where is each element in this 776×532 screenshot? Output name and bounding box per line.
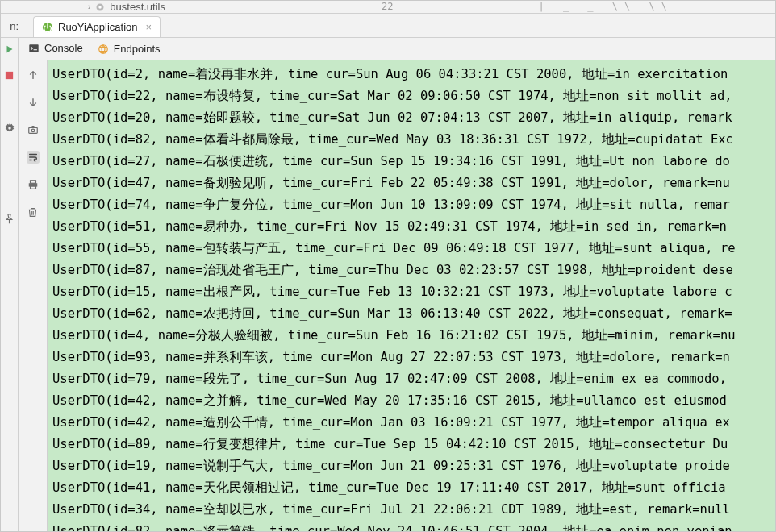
svg-point-6 [8, 127, 11, 130]
svg-point-8 [31, 129, 35, 132]
svg-point-4 [98, 44, 107, 53]
console-output[interactable]: UserDTO(id=2, name=着没再非水并, time_cur=Sun … [48, 60, 775, 532]
sidebar-far-left [1, 60, 19, 532]
svg-rect-5 [6, 71, 13, 78]
clear-button[interactable] [27, 206, 40, 218]
rerun-gutter [1, 38, 19, 60]
rerun-button[interactable] [3, 43, 16, 56]
scroll-down-button[interactable] [27, 96, 40, 109]
tab-endpoints[interactable]: Endpoints [98, 43, 161, 55]
screenshot-button[interactable] [27, 123, 40, 136]
chevron-right-icon: › [88, 2, 90, 11]
settings-button[interactable] [3, 122, 16, 135]
pin-button[interactable] [3, 212, 16, 225]
ascii-art-fragment: | _ _ \\ \\ [538, 1, 673, 13]
editor-gutter-fragment: 22 | _ _ \\ \\ [372, 1, 775, 13]
svg-rect-9 [30, 181, 35, 184]
svg-rect-3 [29, 44, 38, 52]
run-panel-body: UserDTO(id=2, name=着没再非水并, time_cur=Sun … [1, 60, 775, 532]
soft-wrap-button[interactable] [27, 151, 40, 164]
tab-endpoints-label: Endpoints [114, 43, 161, 55]
console-text: UserDTO(id=2, name=着没再非水并, time_cur=Sun … [48, 60, 775, 532]
run-config-title: RuoYiApplication [58, 21, 138, 33]
line-number: 22 [382, 1, 393, 13]
editor-breadcrumb-bar: › bustest.utils 22 | _ _ \\ \\ [1, 1, 775, 14]
sidebar-console-actions [19, 60, 48, 532]
run-section-label: n: [1, 20, 19, 37]
svg-point-1 [99, 6, 102, 8]
breadcrumb[interactable]: › bustest.utils [1, 1, 372, 13]
spring-boot-icon [42, 22, 53, 33]
console-icon [28, 43, 40, 54]
endpoints-icon [98, 44, 109, 55]
run-config-tab[interactable]: RuoYiApplication × [33, 16, 161, 37]
tab-console[interactable]: Console [28, 42, 83, 56]
print-button[interactable] [27, 178, 40, 191]
breadcrumb-text: bustest.utils [110, 1, 165, 13]
run-tool-tabs: Console Endpoints [1, 38, 775, 60]
tab-console-label: Console [44, 42, 83, 54]
package-icon [95, 2, 105, 12]
svg-rect-11 [30, 186, 35, 189]
scroll-up-button[interactable] [27, 69, 40, 81]
svg-rect-7 [28, 127, 37, 133]
close-icon[interactable]: × [146, 21, 152, 33]
run-tab-bar: n: RuoYiApplication × [1, 14, 775, 38]
stop-button[interactable] [3, 69, 16, 81]
